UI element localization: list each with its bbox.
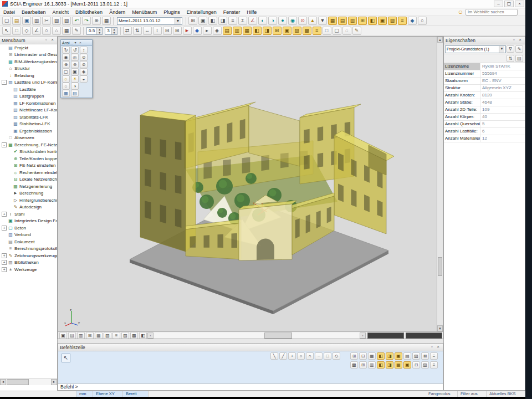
properties-close-icon[interactable]: × (517, 37, 523, 43)
tool-icon[interactable]: ◇ (332, 352, 340, 360)
tree-item-rechenkern-einstellen[interactable]: ☼Rechenkern einstellen (0, 169, 57, 176)
tool-icon[interactable]: ╲ (270, 352, 278, 360)
tree-item-nichtlineare-lf-kombinationen[interactable]: ▧Nichtlineare LF-Kombinationen (0, 107, 57, 114)
tool-icon[interactable]: ▨ (62, 17, 71, 25)
tool-icon[interactable]: ↖ (2, 27, 11, 35)
view-tool-icon[interactable]: ▢ (62, 68, 70, 75)
tool-icon[interactable]: ▦ (328, 17, 337, 25)
property-row[interactable]: Anzahl Körper:40 (444, 114, 525, 121)
tree-item-strukturdaten-kontrollieren[interactable]: ✔Strukturdaten kontrollieren (0, 149, 57, 156)
tool-icon[interactable]: ◌ (342, 27, 351, 35)
tool-icon[interactable]: ∇ (507, 45, 514, 53)
tool-icon[interactable]: ▦ (395, 361, 402, 369)
tool-icon[interactable]: ▧ (104, 332, 111, 339)
tool-icon[interactable]: ⊞ (358, 17, 367, 25)
tool-icon[interactable]: ◨ (386, 352, 393, 360)
tool-icon[interactable]: ▣ (395, 352, 402, 360)
tool-icon[interactable]: ▢ (332, 27, 341, 35)
tool-icon[interactable]: ⊞ (350, 352, 358, 360)
status-filter[interactable]: Filter aus (458, 391, 487, 397)
tool-icon[interactable]: ⊞ (359, 361, 367, 369)
palette-dropdown-icon[interactable]: ▾ (73, 40, 78, 45)
project-combo-arrow[interactable]: ▼ (175, 18, 181, 24)
tool-icon[interactable]: ▦ (102, 17, 111, 25)
tool-icon[interactable]: ▣ (378, 17, 387, 25)
tool-icon[interactable]: ⊞ (86, 332, 94, 339)
tool-icon[interactable]: ≡ (228, 17, 237, 25)
menu-hilfe[interactable]: Hilfe (243, 8, 260, 16)
tool-icon[interactable]: ⊟ (163, 27, 172, 35)
tool-icon[interactable]: ↔ (143, 27, 152, 35)
command-input[interactable] (58, 383, 443, 390)
view-tool-icon[interactable]: ◉ (62, 54, 70, 61)
tool-icon[interactable]: ⊞ (188, 17, 197, 25)
status-snap-mode[interactable]: Fangmodus (426, 391, 458, 397)
menu-fenster[interactable]: Fenster (220, 8, 244, 16)
tree-item-ergebnisklassen[interactable]: ▣Ergebnisklassen (0, 127, 57, 135)
scroll-up-icon[interactable]: ▲ (437, 37, 443, 43)
tree-expander-icon[interactable]: - (2, 142, 7, 147)
properties-combo[interactable]: Projekt-Grunddaten (1) ▼ (445, 45, 506, 53)
menu-menbaum[interactable]: Menübaum (129, 8, 160, 16)
tool-icon[interactable]: ✂ (42, 17, 51, 25)
tool-icon[interactable]: ≡ (112, 332, 120, 339)
tool-icon[interactable]: ▨ (121, 332, 129, 339)
menu-bibliotheken[interactable]: Bibliotheken (72, 8, 106, 16)
cmd-pin-icon[interactable]: ▫ (429, 344, 435, 350)
tool-icon[interactable]: ◧ (139, 332, 147, 339)
tool-icon[interactable]: ▸ (203, 27, 212, 35)
view-tool-icon[interactable]: ⊙ (80, 54, 88, 61)
property-row[interactable]: StrukturAllgemein XYZ (444, 85, 525, 92)
tool-icon[interactable]: □ (324, 352, 331, 360)
tool-icon[interactable]: ∩ (306, 352, 314, 360)
property-row[interactable]: Anzahl 2D-Teile:109 (444, 106, 525, 114)
steps-spinner[interactable]: 3 ▲▼ (105, 27, 117, 35)
tool-icon[interactable]: ▨ (412, 352, 420, 360)
hscroll-left-icon[interactable]: ‹ (147, 332, 154, 339)
view-palette-header[interactable]: Ansi... ▾ × (61, 40, 92, 46)
menu-tree-close-icon[interactable]: × (49, 37, 55, 43)
tree-expander-icon[interactable]: + (2, 212, 7, 217)
tool-icon[interactable]: ▩ (303, 27, 311, 35)
tool-icon[interactable]: ▧ (52, 17, 61, 25)
tool-icon[interactable]: ▣ (198, 17, 207, 25)
view-tool-icon[interactable]: ◎ (71, 54, 79, 61)
tree-item-lastgruppen[interactable]: ▥Lastgruppen (0, 93, 57, 100)
tool-icon[interactable]: ⊕ (92, 17, 101, 25)
tree-expander-icon[interactable]: - (2, 80, 7, 85)
tool-icon[interactable]: ► (183, 27, 192, 35)
tool-icon[interactable]: ◆ (193, 27, 202, 35)
tool-icon[interactable]: ● (278, 17, 287, 25)
viewport-hscrollbar[interactable] (154, 332, 360, 339)
tree-item-belastung[interactable]: ↓Belastung (0, 72, 57, 79)
tool-icon[interactable]: ▥ (32, 17, 41, 25)
scroll-down-icon[interactable]: ▼ (437, 325, 443, 331)
view-tool-icon[interactable]: ⊖ (71, 61, 79, 68)
view-tool-icon[interactable]: ◈ (80, 68, 88, 75)
tool-icon[interactable]: ⌂ (52, 27, 61, 35)
properties-combo-arrow[interactable]: ▼ (499, 46, 504, 53)
tree-item-stabilit-ts-lfk[interactable]: ▨Stabilitäts-LFK (0, 114, 57, 121)
maximize-button[interactable]: ▢ (504, 1, 514, 7)
tool-icon[interactable]: ◧ (208, 17, 217, 25)
pointer-tool-icon[interactable]: ↖ (62, 354, 70, 362)
tool-icon[interactable]: ▨ (421, 361, 429, 369)
property-row[interactable]: Anzahl Stäbe:4648 (444, 99, 525, 106)
view-tool-icon[interactable]: ↺ (71, 47, 79, 54)
tool-icon[interactable]: ↶ (72, 17, 81, 25)
tool-icon[interactable]: ∠ (32, 27, 41, 35)
tree-item-beton[interactable]: +▢Beton (0, 224, 57, 232)
tool-icon[interactable]: ▤ (68, 332, 76, 339)
model-3d-scene[interactable] (58, 37, 437, 331)
menu-ndern[interactable]: Ändern (106, 8, 129, 16)
minimize-button[interactable]: ‒ (494, 1, 503, 7)
tool-icon[interactable]: ◧ (377, 361, 385, 369)
scroll-right-icon[interactable]: ► (51, 379, 57, 385)
hscroll-right-icon[interactable]: › (360, 332, 366, 339)
tool-icon[interactable]: ⊙ (298, 17, 307, 25)
tree-item-lf-kombinationen[interactable]: ▦LF-Kombinationen (0, 100, 57, 107)
tree-item-autodesign[interactable]: ✎Autodesign (0, 204, 57, 211)
tool-icon[interactable]: ≡ (398, 17, 407, 25)
view-tool-icon[interactable]: ▣ (71, 68, 79, 75)
scale-spinner[interactable]: 0.5 ▲▼ (86, 27, 103, 35)
